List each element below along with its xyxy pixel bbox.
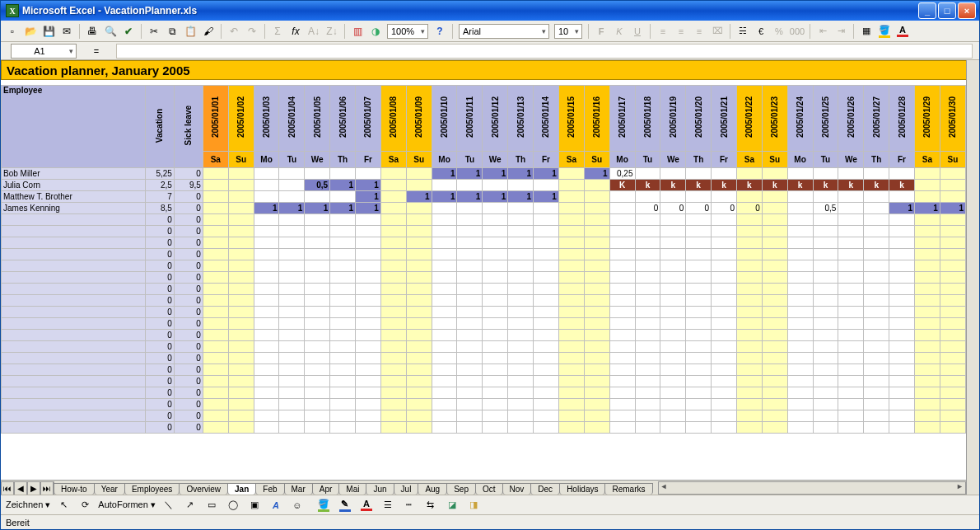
- day-cell[interactable]: [914, 387, 940, 399]
- save-button[interactable]: 💾: [40, 23, 57, 40]
- day-cell[interactable]: [838, 249, 864, 260]
- day-cell[interactable]: [686, 191, 712, 203]
- day-cell[interactable]: [406, 249, 432, 260]
- sick-total[interactable]: 0: [174, 307, 203, 318]
- day-cell[interactable]: [889, 272, 915, 284]
- day-cell[interactable]: [254, 399, 279, 410]
- day-cell[interactable]: [864, 307, 889, 318]
- day-cell[interactable]: [483, 387, 508, 399]
- day-cell[interactable]: [914, 191, 940, 203]
- day-cell[interactable]: [762, 203, 787, 214]
- drawing-toggle-button[interactable]: ◑: [367, 23, 384, 40]
- sick-total[interactable]: 0: [174, 226, 203, 237]
- day-cell[interactable]: 1: [356, 180, 381, 191]
- day-cell[interactable]: [787, 203, 813, 214]
- day-cell[interactable]: [406, 376, 432, 387]
- day-cell[interactable]: [508, 422, 534, 434]
- day-cell[interactable]: [432, 260, 457, 272]
- day-cell[interactable]: [584, 410, 609, 422]
- day-cell[interactable]: [914, 226, 940, 237]
- day-cell[interactable]: [940, 272, 965, 284]
- employee-name[interactable]: [2, 249, 146, 260]
- day-cell[interactable]: [457, 410, 483, 422]
- day-cell[interactable]: [432, 284, 457, 295]
- day-cell[interactable]: [813, 318, 838, 330]
- day-cell[interactable]: [889, 353, 915, 364]
- vacation-total[interactable]: 0: [145, 214, 174, 226]
- day-cell[interactable]: [660, 191, 686, 203]
- day-cell[interactable]: [609, 284, 635, 295]
- day-cell[interactable]: [508, 330, 534, 341]
- day-cell[interactable]: [457, 364, 483, 376]
- currency-button[interactable]: ☵: [735, 23, 751, 40]
- day-cell[interactable]: [330, 387, 356, 399]
- day-cell[interactable]: [940, 295, 965, 307]
- day-cell[interactable]: [356, 260, 381, 272]
- day-cell[interactable]: [305, 214, 330, 226]
- day-cell[interactable]: [736, 191, 762, 203]
- day-cell[interactable]: [813, 341, 838, 353]
- day-cell[interactable]: [356, 249, 381, 260]
- day-cell[interactable]: [635, 191, 660, 203]
- font-name-combo[interactable]: Arial: [459, 24, 549, 39]
- cut-button[interactable]: ✂: [146, 23, 162, 40]
- day-cell[interactable]: [558, 410, 584, 422]
- employee-name[interactable]: [2, 376, 146, 387]
- day-cell[interactable]: 1: [432, 191, 457, 203]
- day-cell[interactable]: [787, 284, 813, 295]
- day-cell[interactable]: [609, 203, 635, 214]
- day-cell[interactable]: [813, 295, 838, 307]
- day-cell[interactable]: [330, 237, 356, 249]
- day-cell[interactable]: [686, 341, 712, 353]
- print-button[interactable]: 🖶: [84, 23, 100, 40]
- day-cell[interactable]: [457, 330, 483, 341]
- borders-button[interactable]: ▦: [858, 23, 875, 40]
- day-cell[interactable]: [380, 318, 406, 330]
- day-cell[interactable]: [432, 307, 457, 318]
- day-cell[interactable]: [254, 307, 279, 318]
- day-cell[interactable]: [203, 203, 228, 214]
- day-cell[interactable]: [508, 399, 534, 410]
- vacation-total[interactable]: 0: [145, 399, 174, 410]
- day-cell[interactable]: [228, 180, 254, 191]
- day-cell[interactable]: [330, 364, 356, 376]
- day-cell[interactable]: [914, 376, 940, 387]
- day-cell[interactable]: [736, 399, 762, 410]
- day-cell[interactable]: [584, 191, 609, 203]
- day-cell[interactable]: [534, 226, 559, 237]
- day-cell[interactable]: [380, 330, 406, 341]
- day-cell[interactable]: [635, 249, 660, 260]
- day-cell[interactable]: [380, 168, 406, 180]
- day-cell[interactable]: [864, 249, 889, 260]
- sheet-tab-employees[interactable]: Employees: [124, 483, 180, 495]
- day-cell[interactable]: [203, 387, 228, 399]
- day-cell[interactable]: [609, 260, 635, 272]
- day-cell[interactable]: [203, 168, 228, 180]
- vacation-total[interactable]: 0: [145, 260, 174, 272]
- day-cell[interactable]: [660, 226, 686, 237]
- day-cell[interactable]: [558, 180, 584, 191]
- day-cell[interactable]: [534, 364, 559, 376]
- day-cell[interactable]: [864, 330, 889, 341]
- day-cell[interactable]: [356, 226, 381, 237]
- day-cell[interactable]: [736, 168, 762, 180]
- day-cell[interactable]: [838, 387, 864, 399]
- day-cell[interactable]: [940, 191, 965, 203]
- day-cell[interactable]: [584, 422, 609, 434]
- day-cell[interactable]: [914, 237, 940, 249]
- day-cell[interactable]: [736, 364, 762, 376]
- day-cell[interactable]: [406, 341, 432, 353]
- day-cell[interactable]: [330, 399, 356, 410]
- vacation-total[interactable]: 0: [145, 284, 174, 295]
- sheet-tab-apr[interactable]: Apr: [312, 483, 340, 495]
- day-cell[interactable]: [203, 180, 228, 191]
- day-cell[interactable]: [330, 168, 356, 180]
- day-cell[interactable]: [534, 260, 559, 272]
- day-cell[interactable]: [635, 364, 660, 376]
- day-cell[interactable]: [457, 249, 483, 260]
- day-cell[interactable]: k: [736, 180, 762, 191]
- day-cell[interactable]: [838, 284, 864, 295]
- employee-name[interactable]: [2, 364, 146, 376]
- worksheet[interactable]: Vacation planner, January 2005 EmployeeV…: [1, 60, 966, 480]
- day-cell[interactable]: [813, 168, 838, 180]
